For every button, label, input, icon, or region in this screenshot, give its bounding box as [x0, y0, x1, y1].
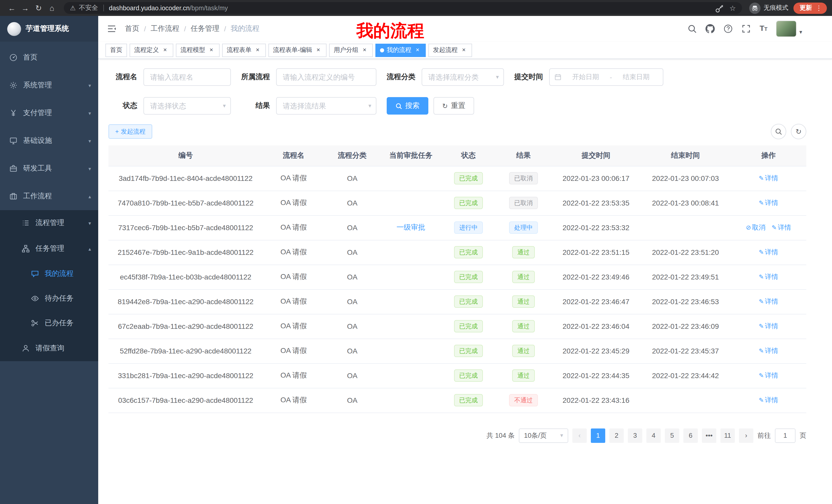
- cell-status: 已完成: [442, 314, 495, 339]
- goto-label: 前往: [757, 431, 771, 440]
- category-select[interactable]: ▾: [422, 68, 504, 86]
- help-icon[interactable]: [724, 24, 733, 33]
- detail-link[interactable]: ✎详情: [759, 396, 778, 404]
- sidebar-item-payment[interactable]: 支付管理 ▾: [0, 99, 98, 127]
- tab-close-icon[interactable]: ×: [414, 47, 421, 54]
- cancel-link[interactable]: ⊘取消: [746, 223, 765, 231]
- detail-link[interactable]: ✎详情: [772, 223, 791, 231]
- forward-icon[interactable]: →: [19, 4, 32, 12]
- search-icon[interactable]: [687, 24, 697, 33]
- result-select[interactable]: ▾: [276, 97, 376, 115]
- process-icon: [22, 219, 30, 227]
- sidebar-item-label: 流程管理: [35, 218, 64, 228]
- process-def-input[interactable]: [276, 68, 376, 86]
- search-button[interactable]: 搜索: [387, 97, 428, 115]
- view-tab[interactable]: 流程模型×: [176, 44, 219, 57]
- breadcrumb-item[interactable]: 工作流程: [151, 24, 179, 33]
- tab-close-icon[interactable]: ×: [315, 47, 322, 54]
- current-task-link[interactable]: 一级审批: [396, 223, 425, 231]
- page-number[interactable]: 6: [683, 428, 698, 443]
- result-tag: 通过: [512, 369, 535, 382]
- table-row: 819442e8-7b9a-11ec-a290-acde48001122OA 请…: [108, 289, 806, 314]
- view-tab[interactable]: 流程表单-编辑×: [268, 44, 327, 57]
- cell-category: OA: [324, 363, 380, 388]
- sidebar-item-infrastructure[interactable]: 基础设施 ▾: [0, 127, 98, 155]
- view-tab[interactable]: 我的流程×: [375, 44, 426, 57]
- page-number[interactable]: 2: [609, 428, 624, 443]
- cell-category: OA: [324, 339, 380, 363]
- process-name-input[interactable]: [144, 68, 231, 86]
- result-select-input[interactable]: [276, 97, 376, 115]
- bookmark-star-icon[interactable]: ☆: [729, 4, 736, 12]
- view-tab[interactable]: 发起流程×: [428, 44, 472, 57]
- sidebar-item-done-tasks[interactable]: 已办任务: [0, 311, 98, 335]
- detail-link[interactable]: ✎详情: [759, 371, 778, 379]
- refresh-table-button[interactable]: ↻: [791, 124, 806, 139]
- tab-close-icon[interactable]: ×: [208, 47, 215, 54]
- detail-link[interactable]: ✎详情: [759, 322, 778, 330]
- tab-close-icon[interactable]: ×: [254, 47, 261, 54]
- cell-id: 3ad174fb-7b9d-11ec-8404-acde48001122: [108, 166, 263, 191]
- page-more[interactable]: •••: [702, 428, 716, 443]
- submit-time-range-picker[interactable]: 开始日期 - 结束日期: [549, 68, 663, 86]
- page-number[interactable]: 4: [646, 428, 661, 443]
- page-number[interactable]: 11: [721, 428, 735, 443]
- next-page-button[interactable]: ›: [739, 428, 753, 443]
- detail-link[interactable]: ✎详情: [759, 199, 778, 206]
- sidebar-toggle-icon[interactable]: [106, 25, 117, 33]
- tab-close-icon[interactable]: ×: [161, 47, 169, 54]
- sidebar-item-my-process[interactable]: 我的流程: [0, 261, 98, 286]
- update-button[interactable]: 更新 ⋮: [794, 2, 827, 13]
- breadcrumb-item[interactable]: 任务管理: [191, 24, 219, 33]
- reload-icon[interactable]: ↻: [32, 3, 45, 12]
- sidebar-item-devtools[interactable]: 研发工具 ▾: [0, 155, 98, 183]
- sidebar-item-leave-query[interactable]: 请假查询: [0, 335, 98, 361]
- breadcrumb-item[interactable]: 首页: [125, 24, 139, 33]
- sidebar-item-todo-tasks[interactable]: 待办任务: [0, 286, 98, 311]
- sidebar-item-task-management[interactable]: 任务管理 ▴: [0, 236, 98, 261]
- user-menu[interactable]: ▾: [776, 21, 802, 37]
- font-size-icon[interactable]: TT: [759, 24, 768, 34]
- fullscreen-icon[interactable]: [742, 24, 751, 33]
- tab-close-icon[interactable]: ×: [460, 47, 467, 54]
- view-tab-label: 发起流程: [433, 46, 458, 54]
- detail-link[interactable]: ✎详情: [759, 347, 778, 355]
- prev-page-button[interactable]: ‹: [572, 428, 587, 443]
- status-select-input[interactable]: [144, 97, 231, 115]
- page-number[interactable]: 3: [628, 428, 642, 443]
- app-logo[interactable]: 芋道管理系统: [0, 16, 98, 41]
- page-number[interactable]: 1: [591, 428, 605, 443]
- chevron-up-icon: ▴: [88, 246, 91, 251]
- page-number[interactable]: 5: [665, 428, 679, 443]
- reset-button[interactable]: ↻ 重置: [434, 97, 474, 115]
- sidebar-item-workflow[interactable]: 工作流程 ▴: [0, 183, 98, 210]
- view-tab[interactable]: 流程表单×: [222, 44, 266, 57]
- category-select-input[interactable]: [422, 68, 504, 86]
- home-icon[interactable]: ⌂: [45, 4, 59, 12]
- detail-link[interactable]: ✎详情: [759, 248, 778, 256]
- goto-page-input[interactable]: [775, 428, 796, 443]
- detail-link[interactable]: ✎详情: [759, 298, 778, 305]
- page-size-select[interactable]: 10条/页 ▾: [519, 428, 568, 443]
- browser-menu-icon[interactable]: ⋮: [815, 4, 822, 12]
- incognito-badge[interactable]: 无痕模式: [749, 2, 788, 13]
- sidebar-item-home[interactable]: 首页: [0, 44, 98, 72]
- result-tag: 通过: [512, 320, 535, 332]
- toggle-search-button[interactable]: [771, 124, 786, 139]
- sidebar-item-process-management[interactable]: 流程管理 ▾: [0, 210, 98, 236]
- detail-link[interactable]: ✎详情: [759, 273, 778, 281]
- sidebar-item-system[interactable]: 系统管理 ▾: [0, 72, 98, 99]
- detail-link[interactable]: ✎详情: [759, 174, 778, 182]
- status-select[interactable]: ▾: [144, 97, 231, 115]
- view-tab[interactable]: 流程定义×: [130, 44, 173, 57]
- view-tab[interactable]: 用户分组×: [329, 44, 373, 57]
- back-icon[interactable]: ←: [5, 4, 19, 12]
- password-key-icon[interactable]: [715, 4, 723, 12]
- site-security[interactable]: ⚠ 不安全: [70, 4, 98, 12]
- github-icon[interactable]: [705, 24, 715, 33]
- create-process-button[interactable]: + 发起流程: [108, 124, 152, 139]
- sidebar-item-label: 已办任务: [45, 318, 74, 328]
- view-tab[interactable]: 首页: [105, 44, 127, 57]
- tab-close-icon[interactable]: ×: [361, 47, 368, 54]
- address-bar[interactable]: ⚠ 不安全 dashboard.yudao.iocoder.cn /bpm/ta…: [64, 2, 742, 14]
